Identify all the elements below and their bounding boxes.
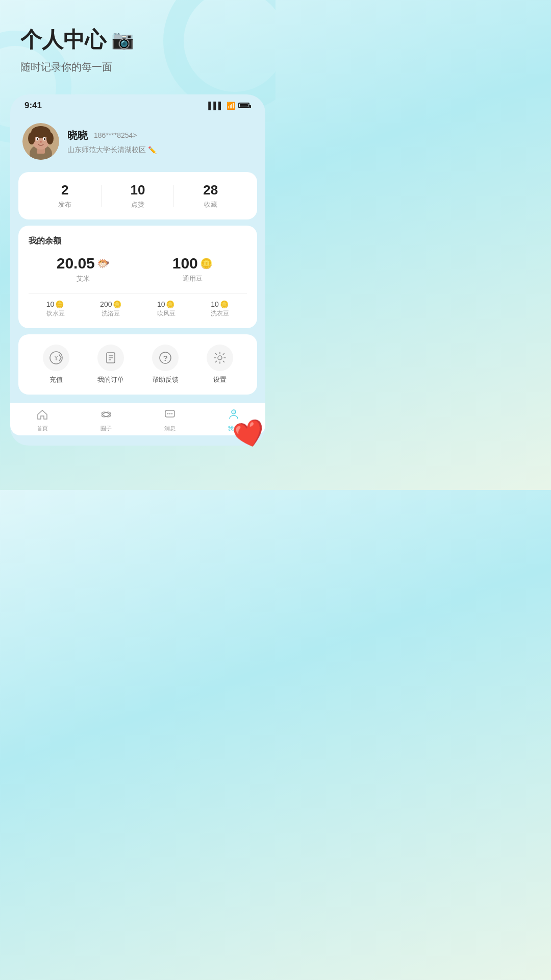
battery-icon bbox=[238, 101, 251, 110]
phone-mockup: 9:41 ▌▌▌ 📶 bbox=[10, 94, 265, 446]
svg-point-5 bbox=[28, 132, 35, 144]
home-label: 首页 bbox=[10, 425, 74, 432]
help-label: 帮助反馈 bbox=[138, 375, 192, 384]
svg-point-24 bbox=[167, 413, 168, 414]
bean-label: 通用豆 bbox=[138, 274, 247, 283]
stat-collect-number: 28 bbox=[174, 182, 247, 198]
sub-beans: 10 🪙 饮水豆 200 🪙 洗浴豆 10 🪙 吹风豆 bbox=[29, 293, 247, 318]
stat-like-number: 10 bbox=[102, 182, 174, 198]
profile-phone[interactable]: 186****8254> bbox=[94, 131, 137, 139]
laundry-bean-icon: 🪙 bbox=[220, 300, 229, 308]
balance-title: 我的余额 bbox=[29, 236, 247, 247]
bean-emoji: 🪙 bbox=[200, 257, 213, 270]
recharge-label: 充值 bbox=[29, 375, 83, 384]
sub-bean-bath[interactable]: 200 🪙 洗浴豆 bbox=[100, 300, 121, 318]
bath-bean-icon: 🪙 bbox=[113, 300, 121, 308]
svg-point-6 bbox=[46, 132, 54, 144]
orders-label: 我的订单 bbox=[83, 375, 138, 384]
balance-main: 20.05 🐡 艾米 100 🪙 通用豆 bbox=[29, 255, 247, 283]
svg-point-10 bbox=[44, 138, 46, 140]
status-time: 9:41 bbox=[24, 101, 42, 111]
stat-publish[interactable]: 2 发布 bbox=[29, 182, 102, 209]
profile-name-row: 晓晓 186****8254> bbox=[67, 129, 253, 142]
menu-card: ¥ 充值 我的订单 bbox=[18, 334, 257, 395]
status-icons: ▌▌▌ 📶 bbox=[208, 101, 251, 110]
ami-amount: 20.05 🐡 bbox=[29, 255, 138, 272]
settings-icon bbox=[207, 345, 233, 371]
balance-card: 我的余额 20.05 🐡 艾米 100 🪙 通用豆 10 bbox=[18, 226, 257, 328]
menu-recharge[interactable]: ¥ 充值 bbox=[29, 345, 83, 384]
circle-icon bbox=[74, 408, 138, 424]
circle-label: 圈子 bbox=[74, 425, 138, 432]
menu-help[interactable]: ? 帮助反馈 bbox=[138, 345, 192, 384]
page-title: 个人中心 📷 bbox=[20, 26, 255, 54]
status-bar: 9:41 ▌▌▌ 📶 bbox=[10, 94, 265, 115]
nav-circle[interactable]: 圈子 bbox=[74, 408, 138, 432]
menu-settings[interactable]: 设置 bbox=[192, 345, 247, 384]
avatar[interactable] bbox=[22, 123, 59, 160]
sub-bean-laundry[interactable]: 10 🪙 洗衣豆 bbox=[211, 300, 229, 318]
svg-point-20 bbox=[218, 356, 222, 360]
svg-text:?: ? bbox=[163, 354, 167, 362]
water-bean-icon: 🪙 bbox=[55, 300, 64, 308]
signal-icon: ▌▌▌ bbox=[208, 102, 223, 110]
svg-point-9 bbox=[37, 138, 39, 140]
profile-info: 晓晓 186****8254> 山东师范大学长清湖校区 ✏️ bbox=[67, 129, 253, 155]
stats-row: 2 发布 10 点赞 28 收藏 bbox=[29, 182, 247, 209]
profile-location[interactable]: 山东师范大学长清湖校区 ✏️ bbox=[67, 145, 253, 155]
menu-orders[interactable]: 我的订单 bbox=[83, 345, 138, 384]
svg-text:¥: ¥ bbox=[54, 354, 58, 362]
sub-bean-water[interactable]: 10 🪙 饮水豆 bbox=[46, 300, 65, 318]
stat-like-label: 点赞 bbox=[102, 200, 174, 209]
dryer-bean-icon: 🪙 bbox=[166, 300, 174, 308]
page-title-text: 个人中心 bbox=[20, 26, 106, 54]
wifi-icon: 📶 bbox=[227, 102, 235, 110]
stat-publish-label: 发布 bbox=[29, 200, 102, 209]
location-text: 山东师范大学长清湖校区 bbox=[67, 145, 146, 155]
bean-balance[interactable]: 100 🪙 通用豆 bbox=[138, 255, 247, 283]
profile-name: 晓晓 bbox=[67, 129, 88, 142]
camera-icon: 📷 bbox=[111, 29, 134, 51]
svg-point-25 bbox=[169, 413, 170, 414]
stats-card: 2 发布 10 点赞 28 收藏 bbox=[18, 172, 257, 219]
sub-bean-dryer[interactable]: 10 🪙 吹风豆 bbox=[157, 300, 176, 318]
settings-label: 设置 bbox=[192, 375, 247, 384]
stat-publish-number: 2 bbox=[29, 182, 102, 198]
help-icon: ? bbox=[152, 345, 179, 371]
bottom-nav: 首页 圈子 消息 bbox=[10, 403, 265, 435]
message-icon bbox=[138, 408, 202, 424]
stat-like[interactable]: 10 点赞 bbox=[102, 182, 174, 209]
ami-label: 艾米 bbox=[29, 274, 138, 283]
nav-message[interactable]: 消息 bbox=[138, 408, 202, 432]
recharge-icon: ¥ bbox=[43, 345, 69, 371]
home-icon bbox=[10, 408, 74, 424]
ami-emoji: 🐡 bbox=[97, 257, 110, 270]
menu-grid: ¥ 充值 我的订单 bbox=[29, 345, 247, 384]
page-subtitle: 随时记录你的每一面 bbox=[20, 60, 255, 74]
orders-icon bbox=[97, 345, 124, 371]
svg-point-26 bbox=[171, 413, 172, 414]
edit-icon: ✏️ bbox=[148, 146, 157, 154]
stat-collect-label: 收藏 bbox=[174, 200, 247, 209]
message-label: 消息 bbox=[138, 425, 202, 432]
nav-home[interactable]: 首页 bbox=[10, 408, 74, 432]
profile-area: 晓晓 186****8254> 山东师范大学长清湖校区 ✏️ bbox=[10, 115, 265, 172]
bean-amount: 100 🪙 bbox=[138, 255, 247, 272]
svg-point-11 bbox=[40, 141, 42, 143]
svg-point-28 bbox=[232, 410, 236, 414]
ami-balance[interactable]: 20.05 🐡 艾米 bbox=[29, 255, 138, 283]
header-section: 个人中心 📷 随时记录你的每一面 bbox=[0, 0, 276, 89]
stat-collect[interactable]: 28 收藏 bbox=[174, 182, 247, 209]
